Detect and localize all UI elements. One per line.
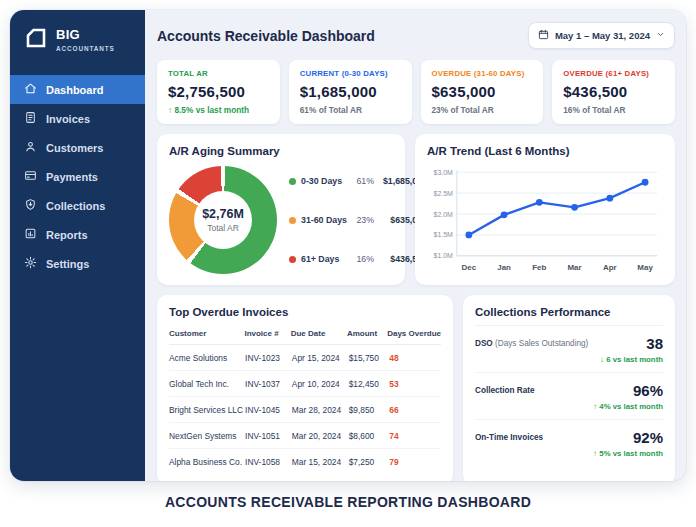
table-row[interactable]: Alpha Business Co. INV-1058 Mar 15, 2024…	[169, 449, 441, 474]
home-icon	[24, 82, 37, 97]
shield-icon	[24, 198, 37, 213]
metric-delta: ↓ 6 vs last month	[600, 355, 663, 364]
cell-amount: $15,750	[349, 353, 390, 363]
metric-label: Collection Rate	[475, 382, 535, 395]
cell-days-overdue: 53	[389, 379, 441, 389]
top-overdue-invoices-panel: Top Overdue Invoices Customer Invoice # …	[157, 295, 453, 481]
cell-days-overdue: 48	[389, 353, 441, 363]
middle-row: A/R Aging Summary $2,76M Total AR 0-30 D…	[157, 134, 675, 285]
legend-percent: 61%	[350, 176, 374, 186]
table-row[interactable]: NextGen Systems INV-1051 Mar 20, 2024 $8…	[169, 423, 441, 449]
sidebar-item-customers[interactable]: Customers	[10, 133, 145, 162]
sidebar-nav: Dashboard Invoices Customers Payments Co…	[10, 75, 145, 278]
svg-text:Jan: Jan	[497, 263, 511, 272]
sidebar-item-label: Collections	[46, 200, 105, 212]
table-row[interactable]: Bright Services LLC INV-1045 Mar 28, 202…	[169, 397, 441, 423]
sidebar-item-label: Payments	[46, 171, 98, 183]
svg-text:$1.5M: $1.5M	[434, 231, 454, 238]
cell-days-overdue: 66	[389, 405, 441, 415]
svg-text:Feb: Feb	[532, 263, 546, 272]
kpi-value: $2,756,500	[168, 83, 269, 100]
legend-label: 0-30 Days	[301, 176, 342, 186]
panel-title: Collections Performance	[475, 306, 663, 318]
bar-chart-icon	[24, 227, 37, 242]
dashboard-window: BIG ACCOUNTANTS Dashboard Invoices Custo…	[10, 10, 686, 481]
table-row[interactable]: Global Tech Inc. INV-1037 Apr 10, 2024 $…	[169, 371, 441, 397]
brand-subname: ACCOUNTANTS	[56, 45, 115, 52]
donut-total-label: Total AR	[207, 223, 239, 233]
metric-value: 92%	[593, 429, 663, 446]
cell-amount: $8,600	[349, 431, 390, 441]
cell-days-overdue: 79	[389, 457, 441, 467]
kpi-label: TOTAL AR	[168, 69, 269, 78]
ar-aging-panel: A/R Aging Summary $2,76M Total AR 0-30 D…	[157, 134, 405, 285]
kpi-sub: 61% of Total AR	[300, 105, 401, 115]
legend-label: 61+ Days	[301, 254, 339, 264]
kpi-label: CURRENT (0-30 DAYS)	[300, 69, 401, 78]
svg-text:Dec: Dec	[462, 263, 477, 272]
collections-performance-panel: Collections Performance DSO (Days Sales …	[463, 295, 675, 481]
svg-text:$2.5M: $2.5M	[434, 190, 454, 197]
customers-icon	[24, 140, 37, 155]
cell-invoice: INV-1037	[245, 379, 292, 389]
sidebar-item-dashboard[interactable]: Dashboard	[10, 75, 145, 104]
kpi-value: $635,000	[432, 83, 533, 100]
table-row[interactable]: Acme Solutions INV-1023 Apr 15, 2024 $15…	[169, 345, 441, 371]
cell-due-date: Apr 10, 2024	[292, 379, 349, 389]
column-header: Days Overdue	[387, 329, 441, 338]
donut-total-value: $2,76M	[202, 207, 244, 221]
sidebar-item-label: Dashboard	[46, 84, 103, 96]
svg-text:$3.0M: $3.0M	[434, 169, 454, 176]
metric-row-ontime-invoices: On-Time Invoices 92% ↑ 5% vs last month	[475, 419, 663, 466]
sidebar-item-label: Invoices	[46, 113, 90, 125]
cell-amount: $9,850	[349, 405, 390, 415]
legend-percent: 23%	[350, 215, 374, 225]
kpi-label: OVERDUE (31-60 DAYS)	[432, 69, 533, 78]
sidebar-item-settings[interactable]: Settings	[10, 249, 145, 278]
credit-card-icon	[24, 169, 37, 184]
date-range-label: May 1 – May 31, 2024	[555, 30, 650, 41]
cell-invoice: INV-1058	[245, 457, 292, 467]
metric-value: 38	[600, 335, 663, 352]
kpi-sub: 23% of Total AR	[432, 105, 533, 115]
cell-due-date: Mar 20, 2024	[292, 431, 349, 441]
sidebar-item-label: Settings	[46, 258, 89, 270]
cell-invoice: INV-1045	[245, 405, 292, 415]
kpi-row: TOTAL AR $2,756,500 ↑ 8.5% vs last month…	[157, 60, 675, 124]
page-title: Accounts Receivable Dashboard	[157, 28, 375, 44]
page-caption: ACCOUNTS RECEIVABLE REPORTING DASHBOARD	[0, 494, 696, 510]
column-header: Invoice #	[244, 329, 290, 338]
cell-due-date: Apr 15, 2024	[292, 353, 349, 363]
metric-row-collection-rate: Collection Rate 96% ↑ 4% vs last month	[475, 372, 663, 419]
kpi-sub: ↑ 8.5% vs last month	[168, 105, 269, 115]
date-range-picker[interactable]: May 1 – May 31, 2024	[528, 22, 675, 49]
sidebar-item-payments[interactable]: Payments	[10, 162, 145, 191]
metric-delta: ↑ 5% vs last month	[593, 449, 663, 458]
svg-text:$1.0M: $1.0M	[434, 252, 454, 259]
calendar-icon	[538, 29, 549, 42]
kpi-card-overdue-31-60: OVERDUE (31-60 DAYS) $635,000 23% of Tot…	[421, 60, 544, 124]
sidebar: BIG ACCOUNTANTS Dashboard Invoices Custo…	[10, 10, 145, 481]
cell-invoice: INV-1051	[245, 431, 292, 441]
sidebar-item-collections[interactable]: Collections	[10, 191, 145, 220]
legend-dot-orange	[289, 217, 296, 224]
legend-label: 31-60 Days	[301, 215, 347, 225]
ar-trend-panel: A/R Trend (Last 6 Months) $1.0M$1.5M$2.0…	[415, 134, 675, 285]
panel-title: Top Overdue Invoices	[169, 306, 441, 318]
legend-row-31-60: 31-60 Days 23% $635,000	[289, 215, 427, 225]
brand-name: BIG	[56, 28, 115, 42]
panel-title: A/R Trend (Last 6 Months)	[427, 145, 663, 157]
cell-amount: $12,450	[349, 379, 390, 389]
kpi-label: OVERDUE (61+ DAYS)	[563, 69, 664, 78]
sidebar-item-invoices[interactable]: Invoices	[10, 104, 145, 133]
sidebar-item-reports[interactable]: Reports	[10, 220, 145, 249]
cell-due-date: Mar 15, 2024	[292, 457, 349, 467]
kpi-value: $1,685,000	[300, 83, 401, 100]
cell-customer: Global Tech Inc.	[169, 379, 245, 389]
column-header: Customer	[169, 329, 244, 338]
cell-due-date: Mar 28, 2024	[292, 405, 349, 415]
svg-text:$2.0M: $2.0M	[434, 211, 454, 218]
metric-delta: ↑ 4% vs last month	[593, 402, 663, 411]
invoice-icon	[24, 111, 37, 126]
metric-label: DSO (Days Sales Outstanding)	[475, 335, 588, 348]
